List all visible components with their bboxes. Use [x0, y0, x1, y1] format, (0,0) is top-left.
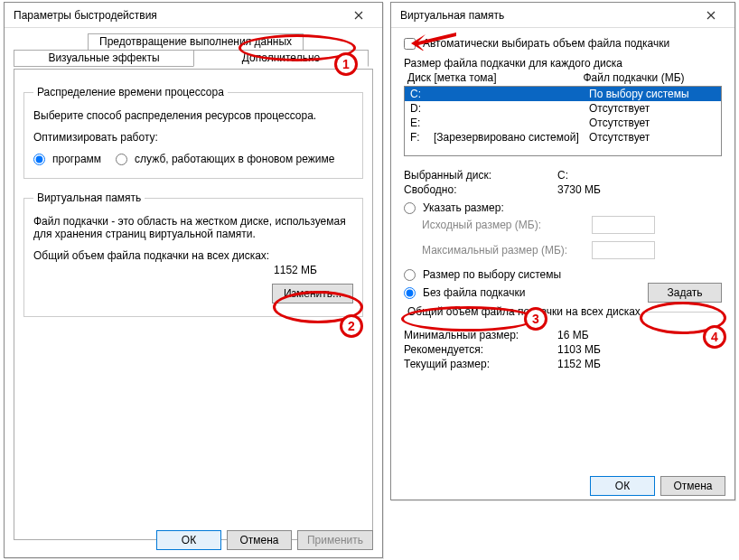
close-button[interactable] [693, 5, 729, 26]
free-space-row: Свободно: 3730 МБ [404, 183, 722, 196]
selected-disk-label: Выбранный диск: [404, 169, 557, 182]
virtual-memory-dialog: Виртуальная память Автоматически выбират… [390, 2, 735, 500]
initial-size-label: Исходный размер (МБ): [422, 219, 585, 231]
annotation-marker-4: 4 [703, 325, 726, 349]
no-paging-file-option[interactable]: Без файла подкачки [404, 286, 525, 299]
selected-disk-value: C: [557, 169, 568, 182]
disk-list[interactable]: C: По выбору системы D: Отсутствует E: О… [404, 86, 722, 156]
no-paging-file-label: Без файла подкачки [423, 286, 525, 299]
totals-group: Общий объем файла подкачки на всех диска… [404, 312, 722, 370]
virtual-memory-legend: Виртуальная память [33, 191, 145, 204]
free-space-value: 3730 МБ [557, 183, 601, 196]
optimize-label: Оптимизировать работу: [33, 131, 353, 144]
advanced-tab-panel: Распределение времени процессора Выберит… [14, 69, 373, 540]
disk-letter: E: [410, 116, 434, 130]
cancel-button[interactable]: Отмена [227, 530, 292, 550]
auto-manage-option[interactable]: Автоматически выбирать объем файла подка… [404, 37, 722, 50]
disk-file: Отсутствует [589, 101, 716, 116]
optimize-programs-label: программ [52, 153, 101, 165]
system-managed-label: Размер по выбору системы [423, 268, 561, 281]
optimize-services-option[interactable]: служб, работающих в фоновом режиме [116, 153, 334, 165]
tab-strip: Предотвращение выполнения данных Визуаль… [14, 33, 373, 70]
per-drive-label: Размер файла подкачки для каждого диска [404, 57, 722, 70]
dialog-title: Параметры быстродействия [14, 9, 341, 22]
disk-file: Отсутствует [589, 116, 716, 130]
system-managed-option[interactable]: Размер по выбору системы [404, 268, 722, 281]
system-managed-radio[interactable] [404, 269, 416, 281]
min-size-value: 16 МБ [557, 329, 589, 341]
total-paging-value: 1152 МБ [270, 264, 317, 276]
custom-size-radio[interactable] [404, 202, 416, 214]
virtual-memory-group: Виртуальная память Файл подкачки - это о… [23, 191, 363, 317]
change-button[interactable]: Изменить... [272, 284, 353, 303]
rec-size-label: Рекомендуется: [404, 343, 557, 356]
disk-file: По выбору системы [589, 87, 716, 101]
maximum-size-input[interactable] [592, 241, 655, 259]
disk-row[interactable]: F: [Зарезервировано системой] Отсутствуе… [405, 130, 721, 145]
apply-button[interactable]: Применить [297, 530, 373, 550]
disk-file: Отсутствует [589, 130, 716, 145]
disk-letter: F: [410, 130, 434, 145]
total-paging-label: Общий объем файла подкачки на всех диска… [33, 249, 353, 262]
close-button[interactable] [341, 5, 377, 26]
custom-size-label: Указать размер: [423, 201, 504, 214]
close-icon [354, 11, 363, 20]
selected-disk-row: Выбранный диск: C: [404, 169, 722, 182]
cpu-scheduling-legend: Распределение времени процессора [33, 86, 228, 98]
custom-size-option[interactable]: Указать размер: [404, 201, 722, 214]
optimize-services-radio[interactable] [116, 154, 127, 165]
disk-list-header: Диск [метка тома] Файл подкачки (МБ) [404, 70, 722, 86]
performance-options-dialog: Параметры быстродействия Предотвращение … [4, 2, 383, 558]
annotation-marker-2: 2 [340, 314, 363, 338]
cancel-button[interactable]: Отмена [660, 476, 725, 496]
annotation-marker-3: 3 [524, 307, 547, 331]
dialog-title: Виртуальная память [400, 9, 693, 22]
disk-row[interactable]: E: Отсутствует [405, 116, 721, 130]
titlebar: Параметры быстродействия [5, 3, 382, 28]
initial-size-input[interactable] [592, 216, 655, 234]
disk-row[interactable]: C: По выбору системы [405, 87, 721, 101]
annotation-marker-1: 1 [334, 52, 358, 76]
cur-size-value: 1152 МБ [557, 358, 601, 370]
dialog-footer: ОК Отмена [400, 471, 725, 496]
rec-size-value: 1103 МБ [557, 343, 601, 356]
disk-label [434, 87, 589, 101]
header-disk: Диск [метка тома] [407, 71, 583, 84]
cpu-scheduling-desc: Выберите способ распределения ресурсов п… [33, 109, 353, 122]
tab-dep[interactable]: Предотвращение выполнения данных [88, 33, 304, 51]
dialog-footer: ОК Отмена Применить [14, 525, 373, 550]
titlebar: Виртуальная память [391, 3, 734, 28]
ok-button[interactable]: ОК [156, 530, 221, 550]
free-space-label: Свободно: [404, 183, 557, 196]
min-size-label: Минимальный размер: [404, 329, 557, 341]
disk-row[interactable]: D: Отсутствует [405, 101, 721, 116]
disk-letter: D: [410, 101, 434, 116]
disk-label: [Зарезервировано системой] [434, 130, 589, 145]
virtual-memory-desc: Файл подкачки - это область на жестком д… [33, 215, 353, 240]
optimize-programs-option[interactable]: программ [33, 153, 101, 165]
ok-button[interactable]: ОК [590, 476, 655, 496]
optimize-services-label: служб, работающих в фоновом режиме [135, 153, 334, 165]
cpu-scheduling-group: Распределение времени процессора Выберит… [23, 86, 363, 179]
auto-manage-checkbox[interactable] [404, 38, 416, 50]
maximum-size-label: Максимальный размер (МБ): [422, 244, 585, 257]
header-file: Файл подкачки (МБ) [583, 71, 718, 84]
set-button[interactable]: Задать [648, 283, 722, 303]
close-icon [706, 11, 716, 20]
disk-letter: C: [410, 87, 434, 101]
tab-visual-effects[interactable]: Визуальные эффекты [14, 50, 194, 67]
no-paging-file-radio[interactable] [404, 287, 416, 299]
disk-label [434, 101, 589, 116]
cur-size-label: Текущий размер: [404, 358, 557, 370]
optimize-programs-radio[interactable] [33, 154, 45, 165]
disk-label [434, 116, 589, 130]
auto-manage-label: Автоматически выбирать объем файла подка… [423, 37, 669, 50]
